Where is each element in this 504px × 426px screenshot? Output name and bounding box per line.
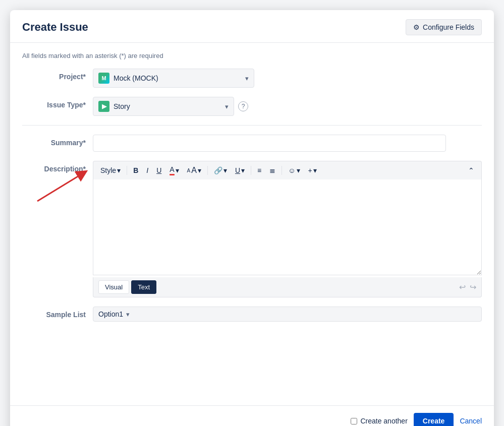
story-icon: ▶ bbox=[98, 101, 109, 112]
summary-row: Summary* bbox=[22, 135, 482, 152]
toolbar-separator-3 bbox=[251, 166, 251, 175]
collapse-button[interactable]: ⌃ bbox=[465, 165, 477, 176]
dialog-header: Create Issue ⚙ Configure Fields bbox=[10, 10, 494, 43]
toolbar-separator-4 bbox=[282, 166, 282, 175]
mention-chevron-icon: ▾ bbox=[241, 166, 245, 174]
mention-button[interactable]: U▾ bbox=[232, 165, 248, 176]
text-color-chevron-icon: ▾ bbox=[176, 166, 179, 174]
summary-control-wrap bbox=[93, 135, 482, 152]
visual-tab[interactable]: Visual bbox=[98, 280, 129, 294]
emoji-button[interactable]: ☺▾ bbox=[285, 165, 303, 176]
color-underline bbox=[170, 174, 174, 175]
emoji-chevron-icon: ▾ bbox=[297, 166, 300, 174]
sample-list-label: Sample List bbox=[22, 307, 93, 319]
description-row: Description* Style ▾ bbox=[22, 161, 482, 297]
style-chevron-icon: ▾ bbox=[117, 166, 121, 174]
link-chevron-icon: ▾ bbox=[223, 166, 227, 174]
svg-line-1 bbox=[37, 173, 83, 201]
redo-button[interactable]: ↪ bbox=[470, 282, 476, 292]
summary-label: Summary* bbox=[22, 135, 93, 147]
undo-redo: ↩ ↪ bbox=[459, 282, 476, 292]
project-control-wrap: M Mock (MOCK) ▾ bbox=[93, 69, 482, 88]
project-chevron-icon: ▾ bbox=[245, 75, 249, 82]
create-another-label[interactable]: Create another bbox=[351, 417, 407, 425]
description-footer: Visual Text ↩ ↪ bbox=[93, 277, 482, 297]
sample-list-row: Sample List Option1 ▾ bbox=[22, 307, 482, 322]
create-issue-dialog: Create Issue ⚙ Configure Fields All fiel… bbox=[10, 10, 494, 426]
issue-type-control-wrap: ▶ Story ▾ ? bbox=[93, 97, 482, 116]
issue-type-chevron-icon: ▾ bbox=[225, 103, 229, 110]
project-icon: M bbox=[98, 73, 109, 84]
project-dropdown[interactable]: M Mock (MOCK) ▾ bbox=[93, 69, 254, 88]
help-icon[interactable]: ? bbox=[238, 101, 248, 111]
description-textarea[interactable] bbox=[93, 179, 482, 275]
numbered-list-button[interactable]: ≣ bbox=[266, 165, 278, 176]
more-button[interactable]: +▾ bbox=[305, 165, 320, 176]
font-size-button[interactable]: AA ▾ bbox=[184, 164, 204, 176]
description-control-wrap: Style ▾ B I U A ▾ AA ▾ bbox=[93, 161, 482, 297]
configure-fields-button[interactable]: ⚙ Configure Fields bbox=[406, 19, 482, 35]
summary-input[interactable] bbox=[93, 135, 446, 152]
underline-button[interactable]: U bbox=[153, 165, 164, 176]
issue-type-row: Issue Type* ▶ Story ▾ ? bbox=[22, 97, 482, 116]
description-label: Description* bbox=[22, 161, 93, 173]
required-note: All fields marked with an asterisk (*) a… bbox=[22, 52, 482, 59]
bold-button[interactable]: B bbox=[130, 165, 141, 176]
text-color-button[interactable]: A ▾ bbox=[166, 164, 182, 177]
dialog-footer: Create another Create Cancel bbox=[10, 405, 494, 426]
sample-list-control-wrap: Option1 ▾ bbox=[93, 307, 482, 322]
dialog-body: All fields marked with an asterisk (*) a… bbox=[10, 43, 494, 405]
toolbar-separator-2 bbox=[207, 166, 208, 175]
visual-text-tabs: Visual Text bbox=[98, 280, 156, 294]
link-button[interactable]: 🔗▾ bbox=[211, 165, 230, 176]
more-chevron-icon: ▾ bbox=[313, 166, 317, 174]
project-label: Project* bbox=[22, 69, 93, 81]
divider bbox=[22, 125, 482, 126]
toolbar-separator-1 bbox=[127, 166, 127, 175]
font-size-chevron-icon: ▾ bbox=[198, 166, 201, 174]
undo-button[interactable]: ↩ bbox=[459, 282, 466, 292]
dialog-title: Create Issue bbox=[22, 21, 88, 34]
bullet-list-button[interactable]: ≡ bbox=[254, 165, 264, 176]
cancel-button[interactable]: Cancel bbox=[460, 417, 482, 425]
sample-list-dropdown[interactable]: Option1 ▾ bbox=[93, 307, 482, 322]
style-button[interactable]: Style ▾ bbox=[97, 165, 124, 176]
text-tab[interactable]: Text bbox=[131, 280, 156, 294]
issue-type-label: Issue Type* bbox=[22, 97, 93, 109]
create-another-checkbox[interactable] bbox=[351, 418, 357, 424]
issue-type-dropdown[interactable]: ▶ Story ▾ bbox=[93, 97, 234, 116]
sample-list-chevron-icon: ▾ bbox=[126, 311, 130, 318]
gear-icon: ⚙ bbox=[413, 23, 420, 31]
italic-button[interactable]: I bbox=[143, 165, 151, 176]
project-row: Project* M Mock (MOCK) ▾ bbox=[22, 69, 482, 88]
create-button[interactable]: Create bbox=[414, 413, 454, 426]
description-toolbar: Style ▾ B I U A ▾ AA ▾ bbox=[93, 161, 482, 179]
